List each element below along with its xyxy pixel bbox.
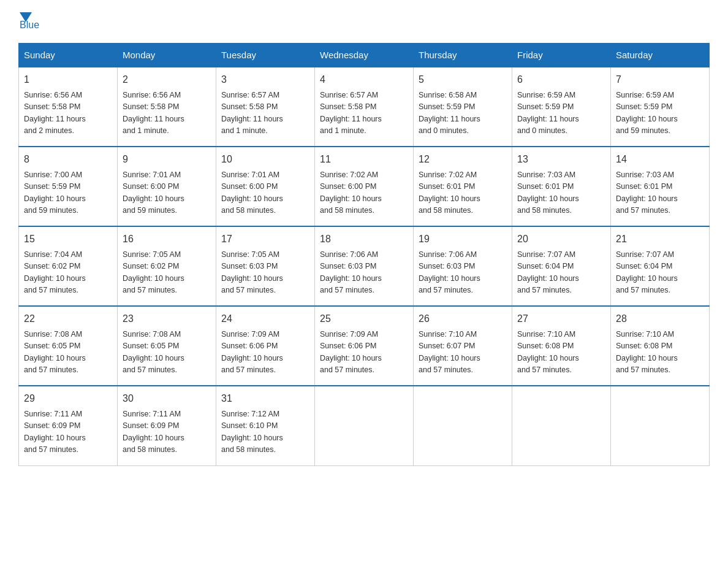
day-info: Sunrise: 7:07 AM Sunset: 6:04 PM Dayligh… — [616, 249, 704, 297]
logo-underline: Blue — [18, 20, 39, 31]
calendar-cell: 31Sunrise: 7:12 AM Sunset: 6:10 PM Dayli… — [216, 386, 315, 465]
calendar-cell: 19Sunrise: 7:06 AM Sunset: 6:03 PM Dayli… — [414, 226, 512, 306]
day-info: Sunrise: 7:12 AM Sunset: 6:10 PM Dayligh… — [221, 408, 309, 456]
day-info: Sunrise: 6:59 AM Sunset: 5:59 PM Dayligh… — [517, 90, 605, 137]
column-header-thursday: Thursday — [414, 44, 512, 67]
calendar-week-row: 8Sunrise: 7:00 AM Sunset: 5:59 PM Daylig… — [19, 147, 710, 226]
calendar-cell: 12Sunrise: 7:02 AM Sunset: 6:01 PM Dayli… — [414, 147, 512, 226]
day-number: 21 — [616, 232, 704, 247]
day-info: Sunrise: 7:05 AM Sunset: 6:02 PM Dayligh… — [123, 249, 211, 297]
calendar-cell: 6Sunrise: 6:59 AM Sunset: 5:59 PM Daylig… — [512, 67, 611, 147]
day-number: 18 — [320, 232, 408, 247]
day-number: 28 — [616, 312, 704, 326]
calendar-cell — [414, 386, 512, 465]
day-info: Sunrise: 7:05 AM Sunset: 6:03 PM Dayligh… — [221, 249, 309, 297]
day-number: 16 — [123, 232, 211, 247]
day-info: Sunrise: 6:57 AM Sunset: 5:58 PM Dayligh… — [221, 90, 309, 137]
day-info: Sunrise: 7:01 AM Sunset: 6:00 PM Dayligh… — [123, 169, 211, 217]
day-info: Sunrise: 7:06 AM Sunset: 6:03 PM Dayligh… — [320, 249, 408, 297]
calendar-cell — [611, 386, 710, 465]
day-info: Sunrise: 7:00 AM Sunset: 5:59 PM Dayligh… — [24, 169, 112, 217]
day-info: Sunrise: 7:11 AM Sunset: 6:09 PM Dayligh… — [123, 408, 211, 456]
day-info: Sunrise: 6:56 AM Sunset: 5:58 PM Dayligh… — [123, 90, 211, 137]
calendar-cell: 26Sunrise: 7:10 AM Sunset: 6:07 PM Dayli… — [414, 306, 512, 386]
calendar-cell: 11Sunrise: 7:02 AM Sunset: 6:00 PM Dayli… — [315, 147, 414, 226]
day-number: 8 — [24, 152, 112, 167]
day-number: 24 — [221, 312, 309, 326]
calendar-week-row: 29Sunrise: 7:11 AM Sunset: 6:09 PM Dayli… — [19, 386, 710, 465]
day-info: Sunrise: 7:11 AM Sunset: 6:09 PM Dayligh… — [24, 408, 112, 456]
day-info: Sunrise: 7:09 AM Sunset: 6:06 PM Dayligh… — [320, 329, 408, 377]
day-number: 27 — [517, 312, 605, 326]
day-info: Sunrise: 7:10 AM Sunset: 6:08 PM Dayligh… — [616, 329, 704, 377]
day-info: Sunrise: 7:08 AM Sunset: 6:05 PM Dayligh… — [123, 329, 211, 377]
day-number: 2 — [123, 72, 211, 87]
calendar-cell: 10Sunrise: 7:01 AM Sunset: 6:00 PM Dayli… — [216, 147, 315, 226]
calendar-cell: 24Sunrise: 7:09 AM Sunset: 6:06 PM Dayli… — [216, 306, 315, 386]
day-number: 29 — [24, 391, 112, 406]
calendar-cell — [315, 386, 414, 465]
day-number: 6 — [517, 72, 605, 87]
calendar-cell: 21Sunrise: 7:07 AM Sunset: 6:04 PM Dayli… — [611, 226, 710, 306]
day-number: 5 — [419, 72, 507, 87]
calendar-cell: 7Sunrise: 6:59 AM Sunset: 5:59 PM Daylig… — [611, 67, 710, 147]
column-header-monday: Monday — [118, 44, 216, 67]
calendar-cell: 1Sunrise: 6:56 AM Sunset: 5:58 PM Daylig… — [19, 67, 118, 147]
day-info: Sunrise: 7:10 AM Sunset: 6:07 PM Dayligh… — [419, 329, 507, 377]
calendar-cell: 14Sunrise: 7:03 AM Sunset: 6:01 PM Dayli… — [611, 147, 710, 226]
calendar-cell: 16Sunrise: 7:05 AM Sunset: 6:02 PM Dayli… — [118, 226, 216, 306]
day-info: Sunrise: 7:10 AM Sunset: 6:08 PM Dayligh… — [517, 329, 605, 377]
day-info: Sunrise: 6:56 AM Sunset: 5:58 PM Dayligh… — [24, 90, 112, 137]
day-number: 14 — [616, 152, 704, 167]
day-info: Sunrise: 7:04 AM Sunset: 6:02 PM Dayligh… — [24, 249, 112, 297]
calendar-cell: 2Sunrise: 6:56 AM Sunset: 5:58 PM Daylig… — [118, 67, 216, 147]
column-header-sunday: Sunday — [19, 44, 118, 67]
day-number: 13 — [517, 152, 605, 167]
day-info: Sunrise: 7:03 AM Sunset: 6:01 PM Dayligh… — [517, 169, 605, 217]
day-number: 19 — [419, 232, 507, 247]
day-info: Sunrise: 6:59 AM Sunset: 5:59 PM Dayligh… — [616, 90, 704, 137]
day-number: 3 — [221, 72, 309, 87]
day-info: Sunrise: 7:02 AM Sunset: 6:01 PM Dayligh… — [419, 169, 507, 217]
day-number: 17 — [221, 232, 309, 247]
day-number: 9 — [123, 152, 211, 167]
day-number: 20 — [517, 232, 605, 247]
calendar-cell: 15Sunrise: 7:04 AM Sunset: 6:02 PM Dayli… — [19, 226, 118, 306]
day-number: 4 — [320, 72, 408, 87]
calendar-cell: 13Sunrise: 7:03 AM Sunset: 6:01 PM Dayli… — [512, 147, 611, 226]
calendar-table: SundayMondayTuesdayWednesdayThursdayFrid… — [18, 43, 710, 466]
day-number: 10 — [221, 152, 309, 167]
day-number: 30 — [123, 391, 211, 406]
day-info: Sunrise: 7:03 AM Sunset: 6:01 PM Dayligh… — [616, 169, 704, 217]
calendar-week-row: 22Sunrise: 7:08 AM Sunset: 6:05 PM Dayli… — [19, 306, 710, 386]
day-number: 7 — [616, 72, 704, 87]
calendar-cell: 20Sunrise: 7:07 AM Sunset: 6:04 PM Dayli… — [512, 226, 611, 306]
day-info: Sunrise: 6:58 AM Sunset: 5:59 PM Dayligh… — [419, 90, 507, 137]
calendar-header-row: SundayMondayTuesdayWednesdayThursdayFrid… — [19, 44, 710, 67]
calendar-cell: 9Sunrise: 7:01 AM Sunset: 6:00 PM Daylig… — [118, 147, 216, 226]
column-header-saturday: Saturday — [611, 44, 710, 67]
page-header: Blue — [18, 12, 710, 31]
day-info: Sunrise: 6:57 AM Sunset: 5:58 PM Dayligh… — [320, 90, 408, 137]
day-info: Sunrise: 7:07 AM Sunset: 6:04 PM Dayligh… — [517, 249, 605, 297]
calendar-cell: 23Sunrise: 7:08 AM Sunset: 6:05 PM Dayli… — [118, 306, 216, 386]
day-number: 12 — [419, 152, 507, 167]
day-info: Sunrise: 7:06 AM Sunset: 6:03 PM Dayligh… — [419, 249, 507, 297]
day-number: 22 — [24, 312, 112, 326]
calendar-week-row: 1Sunrise: 6:56 AM Sunset: 5:58 PM Daylig… — [19, 67, 710, 147]
day-info: Sunrise: 7:09 AM Sunset: 6:06 PM Dayligh… — [221, 329, 309, 377]
calendar-cell: 27Sunrise: 7:10 AM Sunset: 6:08 PM Dayli… — [512, 306, 611, 386]
calendar-cell: 30Sunrise: 7:11 AM Sunset: 6:09 PM Dayli… — [118, 386, 216, 465]
day-number: 25 — [320, 312, 408, 326]
calendar-cell: 4Sunrise: 6:57 AM Sunset: 5:58 PM Daylig… — [315, 67, 414, 147]
calendar-cell: 3Sunrise: 6:57 AM Sunset: 5:58 PM Daylig… — [216, 67, 315, 147]
day-info: Sunrise: 7:02 AM Sunset: 6:00 PM Dayligh… — [320, 169, 408, 217]
day-info: Sunrise: 7:01 AM Sunset: 6:00 PM Dayligh… — [221, 169, 309, 217]
calendar-cell: 8Sunrise: 7:00 AM Sunset: 5:59 PM Daylig… — [19, 147, 118, 226]
day-number: 1 — [24, 72, 112, 87]
day-number: 31 — [221, 391, 309, 406]
calendar-cell — [512, 386, 611, 465]
day-number: 23 — [123, 312, 211, 326]
day-number: 26 — [419, 312, 507, 326]
calendar-cell: 29Sunrise: 7:11 AM Sunset: 6:09 PM Dayli… — [19, 386, 118, 465]
